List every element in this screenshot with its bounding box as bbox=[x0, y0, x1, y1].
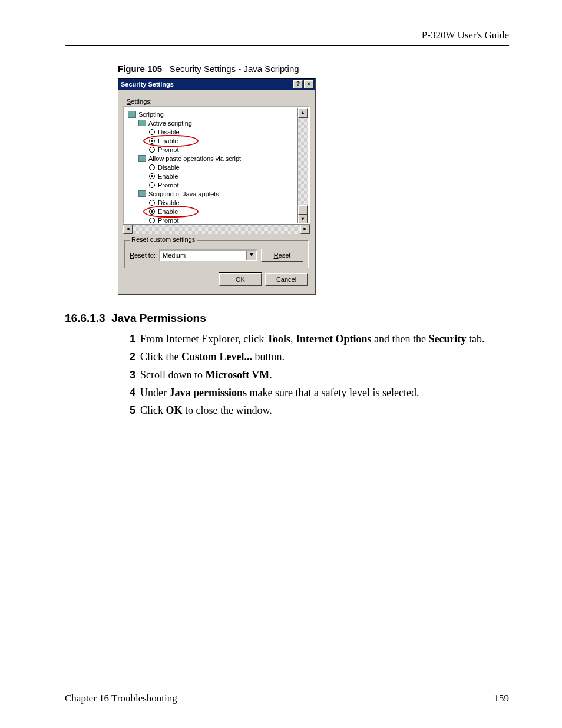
scroll-down-button[interactable]: ▼ bbox=[298, 215, 308, 224]
step-text: Click OK to close the window. bbox=[140, 403, 272, 417]
step-number: 4 bbox=[124, 386, 135, 400]
close-button[interactable]: × bbox=[304, 80, 313, 88]
settings-tree[interactable]: Scripting Active scripting Disable Enabl… bbox=[123, 106, 310, 224]
step-item: 2Click the Custom Level... button. bbox=[124, 350, 509, 364]
folder-icon bbox=[138, 190, 146, 197]
header-rule bbox=[65, 45, 509, 46]
scroll-track[interactable] bbox=[133, 225, 300, 234]
dialog-title: Security Settings bbox=[121, 81, 174, 88]
opt-prompt-label: Prompt bbox=[158, 182, 178, 189]
radio-enable[interactable] bbox=[149, 138, 155, 144]
tree-scripting: Scripting bbox=[138, 111, 164, 118]
step-number: 2 bbox=[124, 350, 135, 364]
footer-rule bbox=[65, 690, 509, 690]
radio-prompt[interactable] bbox=[149, 182, 155, 188]
radio-disable[interactable] bbox=[149, 200, 155, 206]
step-text: Under Java permissions make sure that a … bbox=[140, 386, 419, 400]
scroll-up-button[interactable]: ▲ bbox=[298, 108, 308, 118]
step-item: 1From Internet Explorer, click Tools, In… bbox=[124, 332, 509, 346]
reset-button[interactable]: Reset bbox=[261, 249, 303, 262]
reset-to-label: Reset to: bbox=[130, 252, 156, 259]
footer-page-number: 159 bbox=[494, 693, 510, 704]
horizontal-scrollbar[interactable]: ◄ ► bbox=[123, 224, 310, 234]
header-guide-title: P-320W User's Guide bbox=[65, 29, 509, 41]
opt-enable-label: Enable bbox=[158, 173, 178, 180]
figure-caption-text: Security Settings - Java Scripting bbox=[170, 64, 299, 74]
section-heading: 16.6.1.3 Java Permissions bbox=[65, 312, 509, 325]
step-text: From Internet Explorer, click Tools, Int… bbox=[140, 332, 485, 346]
opt-enable-label: Enable bbox=[158, 208, 178, 215]
scroll-right-button[interactable]: ► bbox=[300, 225, 310, 234]
scroll-track[interactable] bbox=[298, 118, 308, 215]
opt-disable-label: Disable bbox=[158, 129, 180, 136]
step-item: 3Scroll down to Microsoft VM. bbox=[124, 368, 509, 382]
reset-custom-settings-group: Reset custom settings Reset to: Medium ▼… bbox=[124, 240, 309, 268]
step-item: 4Under Java permissions make sure that a… bbox=[124, 386, 509, 400]
opt-disable-label: Disable bbox=[158, 164, 180, 171]
step-number: 5 bbox=[124, 403, 135, 417]
security-settings-dialog: Security Settings ? × Settings: Scriptin… bbox=[118, 78, 316, 295]
combo-value: Medium bbox=[163, 252, 186, 259]
opt-prompt-label: Prompt bbox=[158, 217, 178, 224]
section-title: Java Permissions bbox=[111, 312, 206, 324]
step-text: Click the Custom Level... button. bbox=[140, 350, 285, 364]
radio-disable[interactable] bbox=[149, 129, 155, 135]
tree-scripting-applets: Scripting of Java applets bbox=[148, 190, 219, 197]
opt-prompt-label: Prompt bbox=[158, 146, 178, 153]
chevron-down-icon[interactable]: ▼ bbox=[246, 251, 256, 260]
radio-prompt[interactable] bbox=[149, 218, 155, 223]
steps-list: 1From Internet Explorer, click Tools, In… bbox=[124, 332, 509, 417]
settings-label: Settings: bbox=[127, 98, 310, 105]
opt-disable-label: Disable bbox=[158, 199, 180, 206]
radio-disable[interactable] bbox=[149, 164, 155, 170]
step-item: 5Click OK to close the window. bbox=[124, 403, 509, 417]
step-number: 1 bbox=[124, 332, 135, 346]
ok-button[interactable]: OK bbox=[219, 273, 262, 286]
folder-icon bbox=[138, 120, 146, 126]
figure-label: Figure 105 bbox=[118, 64, 162, 74]
radio-prompt[interactable] bbox=[149, 147, 155, 153]
radio-enable[interactable] bbox=[149, 209, 155, 215]
vertical-scrollbar[interactable]: ▲ ▼ bbox=[297, 108, 308, 224]
step-text: Scroll down to Microsoft VM. bbox=[140, 368, 272, 382]
reset-level-combo[interactable]: Medium ▼ bbox=[159, 249, 257, 261]
section-number: 16.6.1.3 bbox=[65, 312, 105, 324]
fieldset-legend: Reset custom settings bbox=[130, 236, 197, 243]
tree-active-scripting: Active scripting bbox=[148, 120, 192, 127]
cancel-button[interactable]: Cancel bbox=[265, 273, 308, 286]
page-footer: Chapter 16 Troubleshooting 159 bbox=[65, 690, 509, 704]
dialog-titlebar[interactable]: Security Settings ? × bbox=[118, 79, 315, 90]
opt-enable-label: Enable bbox=[158, 137, 178, 144]
scroll-left-button[interactable]: ◄ bbox=[123, 225, 133, 234]
folder-icon bbox=[128, 111, 136, 118]
folder-icon bbox=[138, 155, 146, 162]
step-number: 3 bbox=[124, 368, 135, 382]
radio-enable[interactable] bbox=[149, 173, 155, 179]
figure-caption: Figure 105 Security Settings - Java Scri… bbox=[118, 64, 509, 74]
tree-allow-paste: Allow paste operations via script bbox=[148, 155, 241, 162]
scroll-thumb[interactable] bbox=[298, 205, 308, 215]
help-button[interactable]: ? bbox=[293, 80, 303, 88]
footer-chapter: Chapter 16 Troubleshooting bbox=[65, 693, 177, 704]
